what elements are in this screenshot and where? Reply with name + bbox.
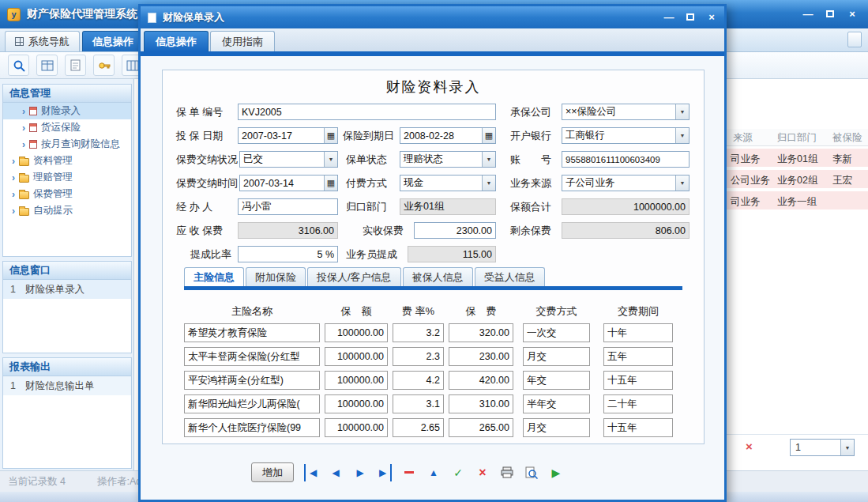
received-input[interactable]: 2300.00 (414, 222, 496, 239)
table-row[interactable]: 公司业务 业务02组 王宏 (727, 170, 868, 190)
run-icon[interactable]: ▶ (549, 464, 563, 481)
cell-rate[interactable]: 4.2 (393, 371, 444, 390)
dialog-minimize-icon[interactable]: — (663, 10, 675, 23)
cell-rate[interactable]: 3.1 (393, 394, 444, 413)
last-record-icon[interactable]: ▶ (378, 464, 392, 481)
cell-method[interactable]: 月交 (523, 347, 590, 366)
cell-premium[interactable]: 310.00 (449, 394, 513, 413)
calendar-icon[interactable]: ▦ (482, 128, 495, 143)
clear-filter-icon[interactable]: × (746, 440, 753, 453)
column-header-source[interactable]: 来源 (733, 131, 753, 145)
cell-name[interactable]: 平安鸿祥两全(分红型) (184, 371, 320, 390)
restore-icon[interactable] (824, 7, 836, 20)
sidebar-item-data-management[interactable]: › 资料管理 (3, 153, 131, 169)
document-icon[interactable] (65, 55, 86, 76)
table-icon[interactable] (36, 55, 58, 76)
pay-method-select[interactable]: 现金 ▼ (400, 175, 496, 191)
cell-method[interactable]: 一次交 (523, 323, 590, 342)
tab-insured-info[interactable]: 被保人信息 (403, 267, 473, 286)
cell-name[interactable]: 新华阳光灿烂少儿两保险( (184, 394, 320, 413)
page-select[interactable]: 1 ▼ (790, 439, 855, 456)
cell-method[interactable]: 月交 (523, 418, 590, 437)
tab-applicant-info[interactable]: 投保人/客户信息 (307, 267, 401, 286)
policy-status-select[interactable]: 理赔状态 ▼ (400, 151, 496, 168)
dialog-close-icon[interactable]: × (705, 10, 718, 23)
cell-amount[interactable]: 100000.00 (325, 323, 388, 342)
end-date-input[interactable]: 2008-02-28 ▦ (400, 127, 496, 144)
dialog-titlebar[interactable]: 财险保单录入 — × (141, 6, 724, 28)
cell-period[interactable]: 十五年 (603, 371, 673, 390)
account-input[interactable]: 9558801611100603409 (562, 151, 690, 168)
confirm-icon[interactable]: ✓ (451, 464, 465, 481)
handler-input[interactable]: 冯小雷 (238, 198, 338, 215)
tab-system-nav[interactable]: 系统导航 (5, 31, 80, 51)
calendar-icon[interactable]: ▦ (324, 176, 337, 191)
dropdown-arrow-icon[interactable]: ▼ (482, 176, 495, 191)
pay-status-select[interactable]: 已交 ▼ (239, 151, 338, 168)
add-button[interactable]: 增加 (251, 462, 294, 482)
report-output-item[interactable]: 1 财险信息输出单 (3, 376, 131, 395)
cell-amount[interactable]: 100000.00 (325, 394, 388, 413)
dropdown-arrow-icon[interactable]: ▼ (840, 440, 854, 455)
tab-user-guide[interactable]: 使用指南 (210, 31, 275, 51)
bank-select[interactable]: 工商银行 ▼ (562, 127, 690, 144)
dialog-restore-icon[interactable] (684, 10, 697, 23)
panel-report-output-header[interactable]: 报表输出 (3, 358, 131, 376)
tab-info-operation[interactable]: 信息操作 (82, 31, 144, 51)
dropdown-arrow-icon[interactable]: ▼ (675, 128, 689, 143)
cell-period[interactable]: 十五年 (603, 418, 673, 437)
insurer-select[interactable]: ××保险公司 ▼ (562, 104, 690, 120)
column-header-insured[interactable]: 被保险 (832, 131, 862, 145)
sidebar-item-property-entry[interactable]: › 财险录入 (3, 103, 131, 119)
dropdown-arrow-icon[interactable]: ▼ (675, 176, 689, 191)
cell-premium[interactable]: 230.00 (449, 347, 513, 366)
cell-period[interactable]: 十年 (603, 323, 673, 342)
cell-rate[interactable]: 2.65 (393, 418, 444, 437)
cell-amount[interactable]: 100000.00 (325, 418, 388, 437)
cell-premium[interactable]: 320.00 (449, 323, 513, 342)
cell-name[interactable]: 新华个人住院医疗保险(99 (184, 418, 320, 437)
dropdown-arrow-icon[interactable]: ▼ (482, 152, 495, 167)
search-icon[interactable] (8, 55, 29, 76)
cell-premium[interactable]: 420.00 (449, 371, 513, 390)
tab-beneficiary-info[interactable]: 受益人信息 (475, 267, 545, 286)
close-icon[interactable]: × (846, 7, 859, 20)
cell-period[interactable]: 五年 (603, 347, 673, 366)
cell-amount[interactable]: 100000.00 (325, 371, 388, 390)
cell-period[interactable]: 二十年 (603, 394, 673, 413)
tabbar-scroll-button[interactable] (847, 32, 862, 47)
panel-info-management-header[interactable]: 信息管理 (3, 85, 131, 103)
cell-premium[interactable]: 265.00 (449, 418, 513, 437)
dropdown-arrow-icon[interactable]: ▼ (324, 152, 337, 167)
print-preview-icon[interactable] (524, 464, 539, 481)
biz-source-select[interactable]: 子公司业务 ▼ (562, 175, 690, 191)
tab-additional-insurance[interactable]: 附加保险 (246, 267, 306, 286)
key-icon[interactable] (93, 55, 115, 76)
start-date-input[interactable]: 2007-03-17 ▦ (238, 127, 338, 144)
cell-rate[interactable]: 2.3 (393, 347, 444, 366)
sidebar-item-claims-management[interactable]: › 理赔管理 (3, 169, 131, 186)
sidebar-item-cargo-insurance[interactable]: › 货运保险 (3, 119, 131, 136)
sidebar-item-auto-reminder[interactable]: › 自动提示 (3, 202, 131, 219)
calendar-icon[interactable]: ▦ (324, 128, 337, 143)
edit-record-icon[interactable]: ▲ (426, 464, 441, 481)
first-record-icon[interactable]: ◀ (304, 464, 318, 481)
cancel-icon[interactable]: × (475, 464, 490, 481)
cell-name[interactable]: 希望英才教育保险 (184, 323, 320, 342)
commission-rate-input[interactable]: 5 % (238, 246, 338, 262)
table-row[interactable]: 司业务 业务一组 (727, 191, 868, 211)
cell-amount[interactable]: 100000.00 (325, 347, 388, 366)
minimize-icon[interactable]: — (802, 7, 814, 20)
info-window-item[interactable]: 1 财险保单录入 (3, 280, 131, 299)
next-record-icon[interactable]: ▶ (353, 464, 367, 481)
cell-rate[interactable]: 3.2 (393, 323, 444, 342)
sidebar-item-monthly-query[interactable]: › 按月查询财险信息 (3, 136, 131, 153)
cell-method[interactable]: 年交 (523, 371, 590, 390)
column-header-department[interactable]: 归口部门 (777, 131, 817, 145)
table-row[interactable]: 司业务 业务01组 李新 (727, 149, 868, 168)
delete-record-icon[interactable] (402, 464, 416, 481)
pay-time-input[interactable]: 2007-03-14 ▦ (239, 175, 338, 191)
panel-info-window-header[interactable]: 信息窗口 (3, 262, 131, 280)
sidebar-item-premium-management[interactable]: › 保费管理 (3, 186, 131, 202)
print-icon[interactable] (500, 464, 514, 481)
